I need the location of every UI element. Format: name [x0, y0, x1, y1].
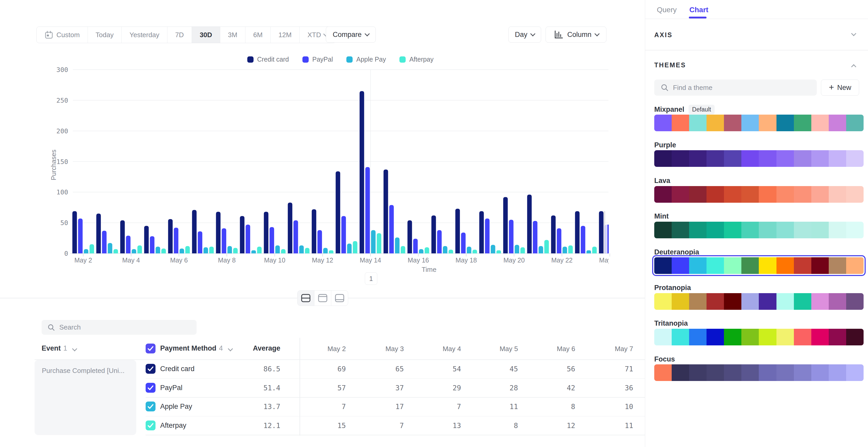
chart-bar — [216, 212, 221, 253]
theme-swatch-mint[interactable] — [654, 222, 864, 238]
row-checkbox[interactable] — [146, 364, 155, 374]
event-name-cell[interactable]: Purchase Completed [Uni... — [35, 360, 136, 435]
event-column-header[interactable]: Event1 — [41, 344, 76, 352]
svg-text:May 8: May 8 — [218, 256, 236, 264]
chart-bar — [96, 214, 101, 253]
chart-bar — [557, 228, 561, 253]
theme-swatch-lava[interactable] — [654, 186, 864, 203]
chart-bar — [544, 240, 549, 253]
row-value: 11 — [482, 403, 518, 411]
svg-text:May 2: May 2 — [74, 256, 92, 264]
chart-bar — [179, 249, 184, 253]
theme-swatch-tritanopia[interactable] — [654, 329, 864, 345]
chart-bar — [515, 245, 519, 253]
theme-swatch-purple[interactable] — [654, 150, 864, 167]
theme-swatch-mixpanel[interactable] — [654, 115, 864, 131]
chart-bar — [353, 241, 358, 253]
chart-bar — [341, 216, 346, 253]
chart-bar — [503, 197, 508, 253]
search-icon — [47, 324, 55, 331]
chart-bar — [275, 245, 280, 253]
chart-bar — [425, 247, 429, 253]
row-label: Credit card — [160, 365, 194, 373]
table-vertical-divider — [300, 338, 300, 436]
layout-table-view-button[interactable] — [331, 291, 348, 306]
chart-bar — [407, 220, 412, 253]
themes-section-header[interactable]: THEMES — [654, 61, 686, 69]
svg-text:May 12: May 12 — [312, 256, 333, 264]
svg-text:May 24: May 24 — [599, 256, 620, 264]
chart-bar — [323, 248, 328, 253]
svg-text:250: 250 — [56, 97, 68, 104]
chevron-up-icon[interactable] — [851, 64, 856, 69]
chart-bar — [312, 209, 316, 253]
layout-chart-view-button[interactable] — [314, 291, 331, 306]
chart-bar — [377, 233, 381, 253]
row-checkbox[interactable] — [146, 402, 155, 411]
theme-swatch-focus[interactable] — [654, 364, 864, 381]
svg-text:May 18: May 18 — [456, 256, 477, 264]
tab-query[interactable]: Query — [657, 6, 677, 14]
row-average: 12.1 — [244, 421, 280, 429]
row-average: 51.4 — [244, 384, 280, 392]
row-value: 37 — [367, 384, 404, 392]
group-header-checkbox[interactable] — [146, 344, 155, 353]
row-value: 12 — [539, 421, 575, 429]
chart-bar — [401, 246, 405, 253]
pagination-page-button[interactable]: 1 — [365, 273, 377, 285]
row-value: 42 — [539, 384, 575, 392]
bar-chart[interactable]: 050100150200250300May 2May 4May 6May 8Ma… — [0, 0, 645, 288]
svg-text:100: 100 — [56, 188, 68, 196]
chart-bar — [538, 246, 543, 253]
chart-bar — [360, 91, 364, 253]
row-divider — [146, 378, 645, 379]
y-axis-title: Purchases — [50, 139, 58, 191]
table-search-input[interactable]: Search — [41, 320, 196, 335]
theme-swatch-protanopia[interactable] — [654, 293, 864, 310]
row-value: 56 — [539, 365, 575, 373]
theme-swatch-deuteranopia[interactable] — [654, 257, 864, 274]
chart-bar — [551, 216, 556, 253]
row-checkbox[interactable] — [146, 383, 155, 393]
axis-section-header[interactable]: AXIS — [654, 31, 673, 39]
check-icon — [146, 420, 155, 430]
tab-chart[interactable]: Chart — [689, 6, 708, 14]
plus-icon: + — [829, 83, 834, 92]
row-value: 45 — [482, 365, 518, 373]
search-icon — [660, 84, 669, 92]
row-value: 10 — [597, 403, 633, 411]
chevron-down-icon — [228, 346, 233, 351]
row-checkbox[interactable] — [146, 420, 155, 430]
selected-theme-ring[interactable] — [652, 255, 866, 276]
chart-bar — [419, 249, 424, 253]
chart-bar — [84, 249, 88, 253]
chart-bar — [299, 245, 304, 253]
row-divider — [146, 435, 645, 435]
chevron-down-icon[interactable] — [851, 31, 856, 36]
theme-search-input[interactable]: Find a theme — [654, 79, 817, 96]
chart-bar — [389, 205, 394, 253]
date-column-header: May 4 — [425, 345, 461, 353]
svg-text:200: 200 — [56, 127, 68, 135]
row-value: 7 — [309, 403, 346, 411]
group-column-header[interactable]: Payment Method4 — [160, 344, 232, 352]
chart-bar — [305, 248, 310, 253]
chart-bar — [240, 216, 245, 253]
new-theme-button[interactable]: + New — [821, 79, 859, 96]
row-label: Apple Pay — [160, 403, 192, 411]
chart-bar — [144, 226, 149, 253]
row-value: 29 — [425, 384, 461, 392]
row-divider — [146, 416, 645, 417]
layout-split-view-button[interactable] — [298, 291, 314, 306]
chart-bar — [281, 249, 286, 253]
chart-bar — [533, 221, 537, 253]
row-label: Afterpay — [160, 421, 186, 429]
chart-bar — [395, 237, 400, 253]
split-view-icon — [301, 294, 311, 302]
chart-bar — [293, 220, 298, 253]
chart-bar — [102, 231, 106, 253]
chart-bar — [264, 212, 269, 253]
chart-bar — [270, 227, 274, 253]
svg-text:May 4: May 4 — [122, 256, 140, 264]
chart-bar — [251, 250, 256, 253]
